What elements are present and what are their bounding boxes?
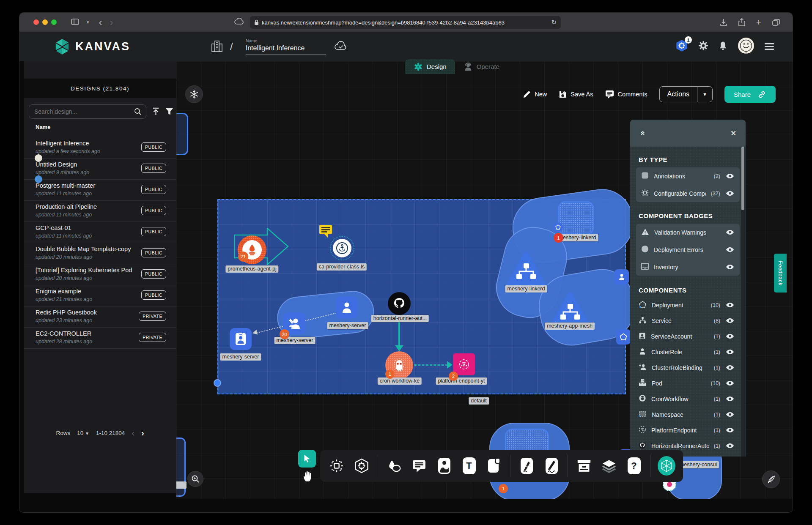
eye-icon[interactable]: [725, 349, 735, 355]
eye-icon[interactable]: [725, 302, 735, 308]
component-row-clusterrolebinding[interactable]: ClusterRoleBinding (1): [630, 360, 746, 375]
chevron-down-icon[interactable]: ▾: [87, 20, 89, 25]
user-avatar[interactable]: [738, 37, 754, 56]
close-window-button[interactable]: [33, 19, 39, 25]
notifications-button[interactable]: [719, 41, 727, 52]
eye-icon[interactable]: [725, 443, 735, 448]
component-tool-button[interactable]: [328, 457, 346, 475]
kubernetes-tool-button[interactable]: [353, 457, 370, 475]
horizontal-runner-node[interactable]: [388, 292, 411, 315]
reload-icon[interactable]: ↻: [551, 19, 557, 26]
close-panel-icon[interactable]: ×: [731, 129, 736, 138]
eye-icon[interactable]: [725, 380, 735, 386]
back-icon[interactable]: ‹: [99, 17, 102, 27]
eye-icon[interactable]: [725, 264, 735, 270]
drawer-tool-button[interactable]: [575, 457, 593, 475]
downloads-icon[interactable]: [720, 19, 727, 26]
service-account-node[interactable]: [230, 328, 252, 350]
actions-button[interactable]: Actions: [660, 87, 697, 102]
prev-page-button[interactable]: ‹: [132, 428, 134, 438]
share-button[interactable]: Share: [724, 86, 776, 103]
signature-button[interactable]: [762, 470, 780, 488]
url-bar[interactable]: kanvas.new/extension/meshmap?mode=design…: [250, 16, 561, 29]
actions-dropdown-button[interactable]: ▼: [697, 87, 712, 102]
next-page-button[interactable]: ›: [141, 428, 144, 438]
eye-icon[interactable]: [725, 427, 735, 433]
panel-row-configurable[interactable]: Configurable Compon (37): [636, 185, 740, 202]
pen-tool-button[interactable]: [518, 457, 535, 475]
cluster-role-node[interactable]: [336, 296, 358, 318]
clipped-node[interactable]: [616, 329, 631, 345]
eye-icon[interactable]: [725, 191, 735, 196]
design-row[interactable]: EC2-CONTROLLER updated 28 minutes ago PR…: [24, 328, 176, 349]
design-row[interactable]: Enigma example updated 21 minutes ago PU…: [24, 285, 176, 306]
component-row-deployment[interactable]: Deployment (10): [630, 297, 746, 313]
panel-row-validation-warnings[interactable]: Validation Warnings: [636, 224, 740, 241]
comment-annotation[interactable]: [318, 224, 333, 240]
component-row-cronworkflow[interactable]: CronWorkflow (1): [630, 391, 746, 407]
feedback-tab[interactable]: Feedback: [774, 254, 787, 293]
panel-row-inventory[interactable]: Inventory: [636, 258, 740, 276]
sidebar-toggle-icon[interactable]: [71, 18, 79, 26]
eye-icon[interactable]: [725, 365, 735, 370]
design-row[interactable]: Redis PHP Guestbook updated 23 minutes a…: [24, 306, 176, 328]
layers-tool-button[interactable]: [600, 457, 618, 475]
menu-button[interactable]: [765, 41, 774, 51]
text-tool-button[interactable]: T: [460, 457, 478, 475]
clipped-node[interactable]: [614, 269, 629, 284]
zoom-area-button[interactable]: [187, 471, 203, 487]
design-row[interactable]: Production-alt Pipeline updated 11 minut…: [24, 201, 176, 222]
design-row[interactable]: Untitled Design updated 9 minutes ago PU…: [24, 159, 176, 180]
collapse-panel-icon[interactable]: «: [639, 131, 648, 136]
component-row-platformendpoint[interactable]: PlatformEndpoint (1): [630, 422, 746, 438]
tab-operate[interactable]: Operate: [455, 59, 508, 74]
share-icon[interactable]: [738, 18, 745, 26]
forward-icon[interactable]: ›: [110, 17, 113, 27]
component-row-clusterrole[interactable]: ClusterRole (1): [630, 344, 746, 360]
panel-scrollbar[interactable]: [741, 147, 745, 457]
search-input[interactable]: [33, 108, 132, 115]
design-row[interactable]: Postgres multi-master updated 11 minutes…: [24, 180, 176, 201]
panel-row-annotations[interactable]: Annotations (2): [636, 167, 740, 185]
rows-per-page-select[interactable]: 10 ▼: [77, 430, 89, 436]
traffic-lights[interactable]: [33, 19, 60, 25]
zoom-window-button[interactable]: [51, 19, 57, 25]
media-tool-button[interactable]: [435, 457, 453, 475]
platform-endpoint-node[interactable]: [453, 353, 475, 375]
clipped-node[interactable]: [176, 113, 188, 155]
comments-button[interactable]: Comments: [605, 90, 647, 98]
component-row-pod[interactable]: Pod (10): [630, 375, 746, 391]
kanvas-logo[interactable]: KANVAS: [54, 38, 130, 55]
ca-provider-node[interactable]: [330, 236, 354, 260]
settings-button[interactable]: [698, 41, 708, 52]
eye-icon[interactable]: [725, 318, 735, 323]
eye-icon[interactable]: [725, 173, 735, 179]
design-search[interactable]: [29, 104, 146, 119]
new-button[interactable]: New: [523, 90, 547, 98]
help-tool-button[interactable]: ?: [625, 457, 643, 475]
cloud-icon[interactable]: [234, 18, 244, 27]
design-row[interactable]: Double Bubble Map Template-copy updated …: [24, 243, 176, 264]
import-design-icon[interactable]: [151, 107, 160, 118]
eye-icon[interactable]: [725, 230, 735, 235]
minimize-window-button[interactable]: [42, 19, 48, 25]
search-icon[interactable]: [134, 108, 142, 115]
component-row-serviceaccount[interactable]: ServiceAccount (1): [630, 328, 746, 344]
tab-overview-icon[interactable]: [772, 19, 780, 26]
comment-tool-button[interactable]: [410, 457, 428, 475]
save-as-button[interactable]: Save As: [559, 90, 593, 98]
component-row-namespace[interactable]: Namespace (1): [630, 407, 746, 422]
shapes-tool-button[interactable]: [385, 457, 403, 475]
eye-icon[interactable]: [725, 247, 735, 252]
eye-icon[interactable]: [725, 396, 735, 402]
design-row[interactable]: GCP-east-01 updated 11 minutes ago PUBLI…: [24, 222, 176, 243]
design-row[interactable]: [Tutorial] Exploring Kubernetes Pod upda…: [24, 264, 176, 285]
select-tool-button[interactable]: [298, 450, 316, 468]
design-name-field[interactable]: Name: [246, 38, 326, 55]
linkerd-service-node[interactable]: [506, 251, 546, 288]
component-row-service[interactable]: Service (8): [630, 313, 746, 328]
new-tab-icon[interactable]: +: [756, 18, 761, 27]
pencil-tool-button[interactable]: [543, 457, 560, 475]
design-row[interactable]: Intelligent Inference updated a few seco…: [24, 137, 176, 159]
snowflake-button[interactable]: [185, 85, 203, 103]
